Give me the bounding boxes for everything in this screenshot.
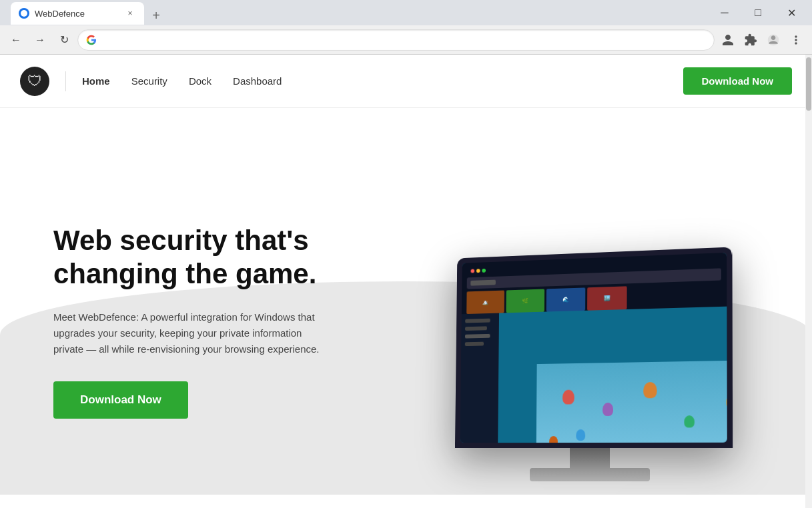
tab-favicon-inner	[21, 10, 27, 17]
monitor-top-bar: 🏔️ 🌿 🌊 🏙️	[461, 253, 727, 314]
browser-window: WebDefence × + ─ □ ✕ ← → ↻	[0, 0, 812, 508]
chrome-menu-button[interactable]	[785, 29, 807, 51]
balloon-6	[575, 429, 584, 441]
sidebar-item-3	[464, 334, 490, 339]
maximize-button[interactable]: □	[743, 2, 773, 23]
monitor-screen: 🏔️ 🌿 🌊 🏙️	[460, 253, 727, 443]
new-tab-button[interactable]: +	[147, 6, 165, 25]
balloon-3	[643, 382, 656, 398]
sidebar-item-4	[464, 342, 483, 346]
monitor-dot-red	[470, 269, 474, 273]
balloon-2	[602, 403, 613, 416]
minimize-button[interactable]: ─	[709, 2, 740, 23]
monitor-dot-yellow	[476, 269, 480, 273]
google-icon	[86, 35, 97, 45]
hero-content: Web security that's changing the game. M…	[53, 224, 400, 419]
monitor-mockup: 🏔️ 🌿 🌊 🏙️	[450, 251, 730, 481]
balloon-4	[684, 415, 694, 427]
monitor-main-content	[536, 359, 727, 443]
nav-security[interactable]: Security	[131, 75, 167, 87]
profile-avatar-button[interactable]	[763, 29, 784, 51]
site-logo: 🛡	[20, 67, 49, 96]
window-controls: ─ □ ✕	[709, 2, 807, 23]
tab-favicon	[19, 8, 29, 19]
balloon-1	[562, 390, 574, 405]
nav-divider	[65, 71, 66, 91]
monitor-screen-outer: 🏔️ 🌿 🌊 🏙️	[454, 247, 732, 448]
hero-headline: Web security that's changing the game.	[53, 224, 400, 291]
hero-description: Meet WebDefence: A powerful integration …	[53, 309, 320, 357]
monitor-stand-base	[530, 468, 650, 481]
forward-button[interactable]: →	[29, 29, 51, 51]
reload-button[interactable]: ↻	[53, 29, 75, 51]
balloon-10	[549, 436, 558, 443]
nav-dashboard[interactable]: Dashboard	[233, 75, 282, 87]
balloon-5	[726, 395, 727, 409]
hero-image: 🏔️ 🌿 🌊 🏙️	[400, 161, 779, 481]
monitor-dot-green	[482, 269, 486, 273]
address-bar[interactable]	[77, 29, 715, 51]
site-nav-cta: Download Now	[683, 67, 793, 95]
extensions-button[interactable]	[740, 29, 761, 51]
browser-tab[interactable]: WebDefence ×	[11, 2, 144, 25]
tab-close-button[interactable]: ×	[124, 7, 136, 19]
browser-scrollbar[interactable]	[805, 55, 812, 508]
monitor-sidebar	[460, 313, 499, 443]
hero-section: Web security that's changing the game. M…	[0, 108, 812, 495]
close-button[interactable]: ✕	[776, 2, 807, 23]
site-nav-links: Home Security Dock Dashboard	[82, 75, 282, 87]
profile-button[interactable]	[717, 29, 739, 51]
nav-actions	[717, 29, 807, 51]
navigation-bar: ← → ↻	[0, 25, 812, 55]
shield-icon: 🛡	[27, 73, 42, 90]
tab-title: WebDefence	[35, 9, 119, 19]
sidebar-item-2	[465, 326, 487, 331]
hero-headline-line1: Web security that's	[53, 225, 309, 256]
hero-download-button[interactable]: Download Now	[53, 381, 188, 419]
site-navigation: 🛡 Home Security Dock Dashboard Download …	[0, 55, 812, 108]
mini-address-bar	[470, 280, 496, 286]
address-input[interactable]	[102, 35, 706, 45]
page-content[interactable]: 🛡 Home Security Dock Dashboard Download …	[0, 55, 812, 508]
monitor-sidebar-items	[461, 313, 499, 351]
monitor-stand-neck	[570, 448, 610, 468]
nav-home[interactable]: Home	[82, 75, 110, 87]
nav-dock[interactable]: Dock	[189, 75, 212, 87]
title-bar: WebDefence × + ─ □ ✕	[0, 0, 812, 25]
nav-download-button[interactable]: Download Now	[683, 67, 793, 95]
scrollbar-thumb[interactable]	[806, 57, 811, 111]
tabs-bar: WebDefence × +	[5, 1, 709, 25]
back-button[interactable]: ←	[5, 29, 27, 51]
sidebar-item-1	[465, 319, 490, 323]
hero-headline-line2: changing the game.	[53, 258, 316, 289]
